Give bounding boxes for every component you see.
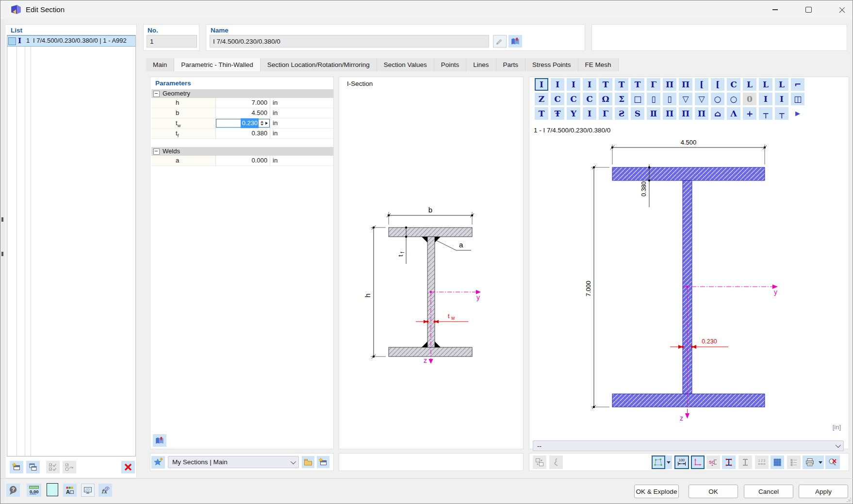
section-shape-icon[interactable]: I <box>759 93 772 105</box>
section-shape-icon[interactable]: ○ <box>711 93 724 105</box>
section-shape-icon[interactable]: I <box>535 78 548 91</box>
section-shape-icon[interactable]: ⌂ <box>711 107 724 120</box>
section-shape-icon[interactable]: ◫ <box>791 93 804 105</box>
section-shape-icon[interactable]: □ <box>631 93 644 105</box>
shape-grid-more-icon[interactable]: ▶ <box>791 107 804 120</box>
numbering-button[interactable]: 1 2 3 <box>755 455 769 469</box>
section-shape-icon[interactable]: Π <box>679 107 692 120</box>
section-shape-icon[interactable]: ┬ <box>759 107 772 120</box>
no-input[interactable]: 1 <box>147 35 197 48</box>
name-input[interactable]: I 7/4.500/0.230/0.380/0 <box>210 35 489 48</box>
zoom-reset-button[interactable] <box>825 455 840 469</box>
section-outline-button[interactable] <box>738 455 752 469</box>
rendering-button[interactable] <box>81 484 95 497</box>
detail-arrow-icon[interactable] <box>265 122 268 125</box>
section-shape-icon[interactable]: L <box>743 78 756 91</box>
param-row-b[interactable]: b 4.500 in <box>151 108 333 118</box>
help-button[interactable]: ? <box>6 484 20 497</box>
new-favorite-button[interactable] <box>317 456 329 468</box>
print-button[interactable] <box>803 455 817 469</box>
shear-center-button[interactable]: SC <box>706 455 720 469</box>
param-row-tw[interactable]: tw 0.230 in <box>151 118 333 129</box>
display-settings-button[interactable]: A <box>63 484 77 497</box>
section-shape-icon[interactable]: [ <box>695 78 708 91</box>
left-splitter[interactable] <box>0 19 4 504</box>
section-shape-icon[interactable]: Y <box>567 107 580 120</box>
render-mode-button[interactable] <box>652 455 665 469</box>
ok-explode-button[interactable]: OK & Explode <box>634 485 679 498</box>
collapse-icon[interactable] <box>153 148 160 155</box>
spinner-icon[interactable] <box>261 121 263 126</box>
section-shape-icon[interactable]: ▯ <box>647 93 660 105</box>
section-shape-icon[interactable]: Π <box>663 107 676 120</box>
favorites-button[interactable] <box>151 456 165 469</box>
section-shape-icon[interactable]: Γ <box>599 107 612 120</box>
section-shape-icon[interactable]: Ⅱ <box>647 107 660 120</box>
section-shape-icon[interactable]: Ŧ <box>551 107 564 120</box>
section-shape-icon[interactable]: Λ <box>727 107 740 120</box>
param-row-tf[interactable]: tf 0.380 in <box>151 129 333 139</box>
render-mode-dropdown[interactable] <box>665 455 672 469</box>
tab-main[interactable]: Main <box>146 58 174 71</box>
transfer-button[interactable] <box>63 461 76 473</box>
collapse-icon[interactable] <box>153 91 160 97</box>
ok-button[interactable]: OK <box>689 485 738 498</box>
details-list-button[interactable] <box>787 455 801 469</box>
section-shape-icon[interactable]: C <box>567 93 580 105</box>
section-shape-icon[interactable]: ○ <box>727 93 740 105</box>
rename-button[interactable] <box>493 35 507 48</box>
section-shape-icon[interactable]: Z <box>535 93 548 105</box>
section-shape-icon[interactable]: L <box>759 78 772 91</box>
section-shape-icon[interactable]: Ƨ <box>615 107 628 120</box>
add-section-button[interactable] <box>10 461 23 473</box>
section-shape-icon[interactable]: Π <box>695 107 708 120</box>
minimize-button[interactable] <box>764 0 786 19</box>
tab-stress-points[interactable]: Stress Points <box>525 58 578 71</box>
section-shape-icon[interactable]: ▽ <box>679 93 692 105</box>
section-shape-icon[interactable]: I <box>551 78 564 91</box>
section-shape-icon[interactable]: + <box>743 107 756 120</box>
tw-value-input[interactable]: 0.230 <box>216 119 270 128</box>
section-shape-icon[interactable]: Ω <box>599 93 612 105</box>
section-shape-icon[interactable]: C <box>727 78 740 91</box>
manage-favorites-button[interactable] <box>302 456 314 468</box>
print-dropdown[interactable] <box>817 455 824 469</box>
section-shape-icon[interactable]: C <box>551 93 564 105</box>
section-shape-icon[interactable]: Γ <box>647 78 660 91</box>
section-shape-icon[interactable]: T <box>599 78 612 91</box>
open-library-button[interactable] <box>153 434 166 447</box>
section-shape-icon[interactable]: T <box>631 78 644 91</box>
tab-section-values[interactable]: Section Values <box>377 58 434 71</box>
tab-parametric-thin-walled[interactable]: Parametric - Thin-Walled <box>174 58 261 71</box>
shape-outline-button[interactable] <box>549 455 563 469</box>
param-value[interactable]: 7.000 <box>216 98 270 108</box>
section-shape-icon[interactable]: ▽ <box>695 93 708 105</box>
section-shape-icon[interactable]: Π <box>679 78 692 91</box>
param-value[interactable]: 0.000 <box>216 156 270 165</box>
formula-view-button[interactable]: fx <box>98 484 112 497</box>
section-shape-icon[interactable]: 0 <box>743 93 756 105</box>
section-shape-icon[interactable]: I <box>583 107 596 120</box>
library-button[interactable] <box>509 35 522 48</box>
tab-points[interactable]: Points <box>434 58 467 71</box>
param-value[interactable]: 0.380 <box>216 129 270 138</box>
table-view-button[interactable] <box>771 455 784 469</box>
group-row-welds[interactable]: Welds <box>151 147 333 156</box>
section-shape-icon[interactable]: T <box>615 78 628 91</box>
tab-fe-mesh[interactable]: FE Mesh <box>578 58 619 71</box>
export-image-button[interactable] <box>533 455 546 469</box>
check-all-button[interactable] <box>46 461 60 473</box>
color-swatch-button[interactable] <box>47 483 58 496</box>
close-button[interactable] <box>831 0 853 19</box>
section-shape-icon[interactable]: S <box>631 107 644 120</box>
section-shape-icon[interactable]: I <box>775 93 788 105</box>
section-list[interactable]: I 1 I 7/4.500/0.230/0.380/0 | 1 - A992 <box>7 35 136 456</box>
cancel-button[interactable]: Cancel <box>744 485 793 498</box>
section-shape-icon[interactable]: Σ <box>615 93 628 105</box>
section-shape-icon[interactable]: I <box>567 78 580 91</box>
section-shape-icon[interactable]: ┬ <box>775 107 788 120</box>
section-shape-icon[interactable]: I <box>583 78 596 91</box>
copy-section-button[interactable] <box>26 461 40 473</box>
param-value[interactable]: 4.500 <box>216 108 270 118</box>
section-shape-icon[interactable]: [ <box>711 78 724 91</box>
